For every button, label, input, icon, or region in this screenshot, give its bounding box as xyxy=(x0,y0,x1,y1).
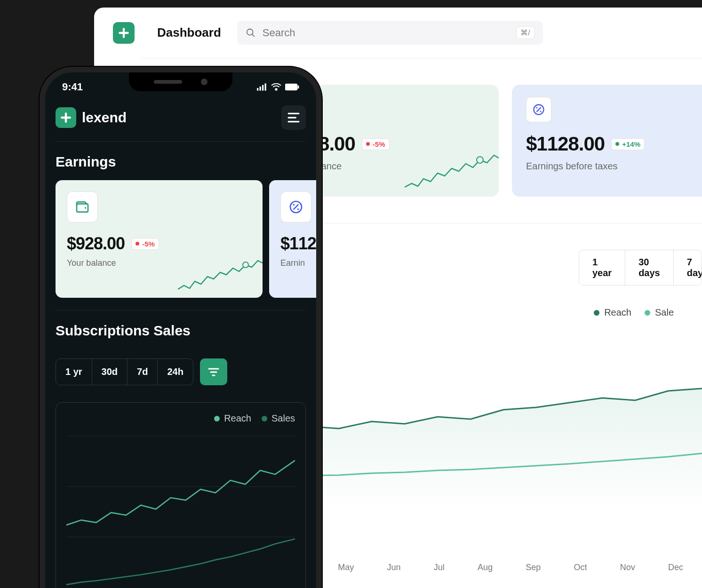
balance-delta-badge: -5% xyxy=(131,238,159,250)
brand-name: lexend xyxy=(82,110,127,126)
x-tick: Jul xyxy=(434,563,445,572)
app-logo xyxy=(56,107,76,128)
cellular-icon xyxy=(257,83,267,91)
mobile-range-row: 1 yr 30d 7d 24h xyxy=(56,358,306,385)
filter-button[interactable] xyxy=(200,358,227,385)
search-icon xyxy=(246,28,256,38)
wallet-icon xyxy=(67,191,98,222)
svg-rect-8 xyxy=(260,87,261,91)
range-tab-30d[interactable]: 30d xyxy=(92,359,128,385)
range-tab-1yr[interactable]: 1 yr xyxy=(56,359,92,385)
earnings-card[interactable]: $1128.00 Earnin xyxy=(269,180,316,298)
balance-amount: $928.00 xyxy=(67,234,125,254)
sparkline xyxy=(178,255,263,298)
earnings-amount: $1128.00 xyxy=(526,133,605,155)
legend-reach: Reach xyxy=(594,307,631,318)
earnings-label: Earnin xyxy=(280,258,316,268)
percent-icon xyxy=(280,191,311,222)
svg-rect-10 xyxy=(265,83,266,90)
x-tick: Nov xyxy=(620,563,635,572)
status-time: 9:41 xyxy=(62,81,83,93)
earnings-delta-badge: +14% xyxy=(611,138,645,150)
battery-icon xyxy=(285,83,299,91)
earnings-amount: $1128.00 xyxy=(280,234,316,254)
mobile-stat-cards: $928.00 -5% Your balance $1128.00 Earnin xyxy=(45,180,316,298)
svg-point-17 xyxy=(293,204,295,206)
range-tab-1year[interactable]: 1 year xyxy=(579,250,625,285)
earnings-heading: Earnings xyxy=(45,142,316,180)
mobile-chart-legend: Reach Sales xyxy=(66,413,295,424)
phone-frame: 9:41 lexend Earnings xyxy=(40,67,322,588)
range-tab-7days[interactable]: 7 days xyxy=(674,250,702,285)
wifi-icon xyxy=(271,83,281,91)
svg-point-6 xyxy=(540,111,542,112)
chart-x-axis: Apr May Jun Jul Aug Sep Oct Nov Dec xyxy=(273,563,702,572)
range-tab-30days[interactable]: 30 days xyxy=(625,250,674,285)
x-tick: Aug xyxy=(478,563,493,572)
legend-sales: Sale xyxy=(645,307,674,318)
earnings-label: Earnings before taxes xyxy=(526,161,702,172)
percent-icon xyxy=(526,97,551,122)
mobile-range-tabs: 1 yr 30d 7d 24h xyxy=(56,358,193,385)
svg-rect-11 xyxy=(285,84,297,90)
time-range-tabs: 1 year 30 days 7 days 24 hours xyxy=(579,250,702,286)
svg-point-14 xyxy=(85,207,86,208)
subscriptions-line-chart xyxy=(273,365,702,511)
x-tick: Dec xyxy=(668,563,683,572)
range-tab-7d[interactable]: 7d xyxy=(128,359,158,385)
sparkline xyxy=(405,150,499,197)
earnings-card[interactable]: $1128.00 +14% Earnings before taxes xyxy=(512,85,702,197)
page-title: Dashboard xyxy=(157,25,221,40)
menu-button[interactable] xyxy=(281,105,306,130)
search-shortcut-hint: ⌘/ xyxy=(516,26,534,39)
svg-rect-12 xyxy=(298,86,299,88)
svg-rect-7 xyxy=(257,88,258,91)
svg-point-3 xyxy=(477,157,483,163)
search-input[interactable]: Search ⌘/ xyxy=(237,21,543,45)
x-tick: Jun xyxy=(387,563,400,572)
mobile-chart-lines xyxy=(66,436,295,588)
mobile-brand[interactable]: lexend xyxy=(56,107,127,128)
divider xyxy=(273,223,702,223)
x-tick: Sep xyxy=(526,563,541,572)
mobile-header: lexend xyxy=(45,93,316,141)
filter-icon xyxy=(208,367,219,377)
x-tick: Oct xyxy=(574,563,587,572)
balance-card[interactable]: $928.00 -5% Your balance xyxy=(56,180,263,298)
menu-icon xyxy=(287,112,300,123)
range-tab-24h[interactable]: 24h xyxy=(158,359,192,385)
search-placeholder: Search xyxy=(263,27,295,39)
mobile-chart: Reach Sales xyxy=(56,402,306,588)
desktop-topbar: Dashboard Search ⌘/ xyxy=(94,8,702,58)
mobile-mockup: 9:41 lexend Earnings xyxy=(40,67,322,588)
svg-point-15 xyxy=(243,262,248,268)
svg-point-18 xyxy=(297,208,299,210)
balance-delta-badge: -5% xyxy=(362,138,390,150)
app-logo[interactable] xyxy=(113,22,135,44)
legend-sales: Sales xyxy=(262,413,295,424)
svg-rect-9 xyxy=(262,85,263,91)
subscriptions-heading: Subscriptions Sales xyxy=(45,310,316,349)
legend-reach: Reach xyxy=(214,413,251,424)
phone-notch xyxy=(129,72,232,91)
x-tick: May xyxy=(338,563,354,572)
svg-point-5 xyxy=(536,107,537,108)
